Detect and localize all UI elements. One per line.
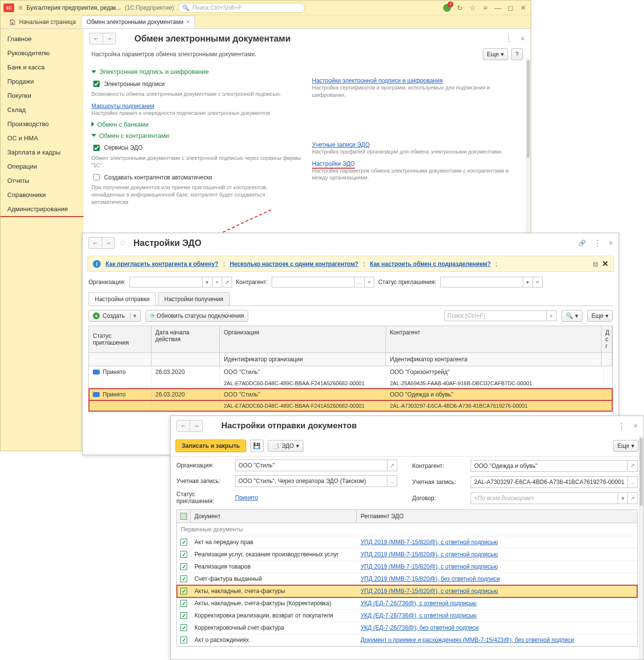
edo-menu-button[interactable]: 📑ЭДО ▾: [268, 440, 303, 452]
reglament-link[interactable]: Документ о приемке и расхождениях (ММВ-7…: [361, 637, 574, 643]
link-icon[interactable]: 🔗: [579, 240, 586, 246]
reglament-link[interactable]: УПД 2019 (ММВ-7-15/820@), с ответной под…: [361, 563, 498, 570]
section-counterparties[interactable]: Обмен с контрагентами: [91, 132, 523, 139]
sidebar-item-reports[interactable]: Отчеты: [0, 174, 84, 188]
notifications-icon[interactable]: 4: [443, 3, 451, 12]
check-icon[interactable]: ✓: [180, 624, 187, 631]
page-close-icon[interactable]: ×: [521, 35, 525, 43]
save-close-button[interactable]: Записать и закрыть: [175, 440, 246, 452]
sidebar-item-assets[interactable]: ОС и НМА: [0, 131, 84, 145]
kebab-icon[interactable]: ⋮: [505, 34, 512, 44]
filter-status[interactable]: ▾×: [440, 277, 543, 287]
checkbox-auto-create[interactable]: [93, 174, 100, 180]
tab-send[interactable]: Настройки отправки: [88, 292, 156, 306]
section-banks[interactable]: Обмен с банками: [91, 121, 523, 128]
sidebar-item-bank[interactable]: Банк и касса: [0, 60, 84, 74]
check-icon[interactable]: ✓: [180, 551, 187, 558]
col-check[interactable]: [177, 510, 191, 523]
table-row[interactable]: ✓Реализация услуг, оказание производстве…: [177, 549, 637, 561]
nav-back-icon[interactable]: ←: [90, 33, 103, 44]
more-button[interactable]: Еще ▾: [587, 310, 613, 322]
check-all-icon[interactable]: [180, 513, 187, 520]
check-icon[interactable]: ✓: [180, 600, 187, 607]
burger-icon[interactable]: ≡: [18, 3, 22, 12]
nav-fwd-icon[interactable]: →: [190, 420, 202, 431]
link-edo-accounts[interactable]: Учетные записи ЭДО: [312, 141, 370, 148]
sidebar-item-sales[interactable]: Продажи: [0, 74, 84, 88]
link-sign-settings[interactable]: Настройки электронной подписи и шифрован…: [312, 77, 443, 84]
check-icon[interactable]: ✓: [180, 612, 187, 619]
help-link-1[interactable]: Как пригласить контрагента к обмену?: [106, 261, 218, 267]
col-status[interactable]: Статус приглашения: [89, 326, 151, 352]
check-icon[interactable]: ✓: [180, 575, 187, 582]
col-document[interactable]: Документ: [191, 510, 357, 523]
sidebar-item-main[interactable]: Главное: [0, 32, 84, 46]
grid-search[interactable]: Поиск (Ctrl+F)×: [444, 310, 557, 321]
table-row[interactable]: Принято 26.03.2020 ООО "Стиль" ООО "Гори…: [89, 366, 612, 378]
field-contract[interactable]: <По всем договорам>▾↗: [471, 492, 638, 504]
checkbox-edo-services[interactable]: [93, 145, 100, 151]
filter-org[interactable]: ▾×↗: [129, 277, 232, 287]
create-button[interactable]: +Создать▾: [88, 310, 141, 322]
nav-fwd-icon[interactable]: →: [103, 33, 115, 44]
refresh-statuses-button[interactable]: ⟳Обновить статусы подключения: [146, 310, 249, 322]
field-account-r[interactable]: 2AL-A7303297-E6CA-4BD6-A738-41BCA7619276…: [471, 476, 638, 488]
tab-home[interactable]: 🏠 Начальная страница: [3, 16, 81, 28]
table-row[interactable]: ✓Реализация товаровУПД 2019 (ММВ-7-15/82…: [177, 561, 637, 573]
table-row[interactable]: ✓Акт на передачу правУПД 2019 (ММВ-7-15/…: [177, 536, 637, 549]
table-row[interactable]: ✓Корректировка реализации, возврат от по…: [177, 610, 637, 622]
nav-fwd-icon[interactable]: →: [102, 238, 114, 248]
list-icon[interactable]: ▤: [593, 261, 598, 267]
help-button[interactable]: ?: [511, 48, 523, 60]
minimize-icon[interactable]: —: [494, 3, 502, 12]
check-icon[interactable]: ✓: [180, 539, 187, 546]
section-sign[interactable]: Электронная подпись и шифрование: [91, 68, 523, 75]
panel-close-icon[interactable]: ×: [634, 422, 638, 430]
table-row[interactable]: ✓Акты, накладные, счета-фактуры (Коррект…: [177, 597, 637, 610]
sidebar-item-salary[interactable]: Зарплата и кадры: [0, 145, 84, 159]
menu-icon[interactable]: ≡: [481, 3, 490, 12]
col-cnt[interactable]: Контрагент: [386, 326, 601, 352]
field-account[interactable]: ООО "Стиль", Через оператора ЭДО (Такско…: [235, 475, 397, 487]
reglament-link[interactable]: УПД 2019 (ММВ-7-15/820@), без ответной п…: [361, 575, 500, 582]
sidebar-item-manager[interactable]: Руководителю: [0, 46, 84, 60]
favorite-star-icon[interactable]: ☆: [119, 238, 127, 248]
help-link-2[interactable]: Несколько настроек с одним контрагентом?: [230, 261, 358, 267]
checkbox-esign[interactable]: [93, 81, 100, 87]
tab-recv[interactable]: Настройки получения: [158, 292, 230, 306]
kebab-icon[interactable]: ⋮: [594, 239, 601, 248]
sidebar-item-directories[interactable]: Справочники: [0, 188, 84, 202]
check-icon[interactable]: ✓: [180, 637, 187, 643]
tab-close-icon[interactable]: ×: [186, 19, 190, 25]
col-reglament[interactable]: Регламент ЭДО: [357, 510, 637, 523]
panel-close-icon[interactable]: ×: [609, 239, 613, 247]
infobar-close-icon[interactable]: ✕: [602, 259, 608, 268]
maximize-icon[interactable]: ◻: [506, 3, 515, 12]
sidebar-item-production[interactable]: Производство: [0, 117, 84, 131]
close-icon[interactable]: ✕: [519, 3, 528, 12]
global-search[interactable]: 🔍 Поиск Ctrl+Shift+F: [178, 3, 305, 13]
reglament-link[interactable]: УКД (ЕД-7-26/736@), с ответной подписью: [361, 600, 476, 607]
table-row[interactable]: ✓Акт о расхожденияхДокумент о приемке и …: [177, 634, 637, 646]
status-link[interactable]: Принято: [235, 494, 258, 501]
nav-back-icon[interactable]: ←: [177, 420, 190, 431]
more-button[interactable]: Еще ▾: [613, 440, 639, 452]
field-counterparty[interactable]: ООО "Одежда и обувь"↗: [471, 460, 638, 472]
tab-edo-exchange[interactable]: Обмен электронными документами ×: [81, 16, 195, 28]
col-org[interactable]: Организация: [220, 326, 386, 352]
reglament-link[interactable]: УПД 2019 (ММВ-7-15/820@), с ответной под…: [361, 551, 498, 558]
check-icon[interactable]: ✓: [180, 588, 187, 594]
sidebar-item-admin[interactable]: Администрирование: [0, 202, 84, 217]
col-date[interactable]: Дата начала действия: [151, 326, 220, 352]
reglament-link[interactable]: УПД 2019 (ММВ-7-15/820@), с ответной под…: [361, 539, 498, 546]
table-row[interactable]: Принято 26.03.2020 ООО "Стиль" ООО "Одеж…: [89, 389, 612, 400]
sidebar-item-purchases[interactable]: Покупки: [0, 88, 84, 103]
more-button[interactable]: Еще ▾: [483, 48, 508, 60]
field-org[interactable]: ООО "Стиль"↗: [235, 460, 397, 471]
table-row[interactable]: ✓Счет-фактура выданныйУПД 2019 (ММВ-7-15…: [177, 573, 637, 585]
reglament-link[interactable]: УПД 2019 (ММВ-7-15/820@), с ответной под…: [361, 588, 498, 594]
search-button[interactable]: 🔍 ▾: [561, 310, 582, 322]
reglament-link[interactable]: УКД (ЕД-7-26/736@), без ответной подписи: [361, 624, 478, 631]
help-link-3[interactable]: Как настроить обмен с подразделением?: [370, 261, 491, 267]
history-icon[interactable]: ↻: [455, 3, 464, 12]
